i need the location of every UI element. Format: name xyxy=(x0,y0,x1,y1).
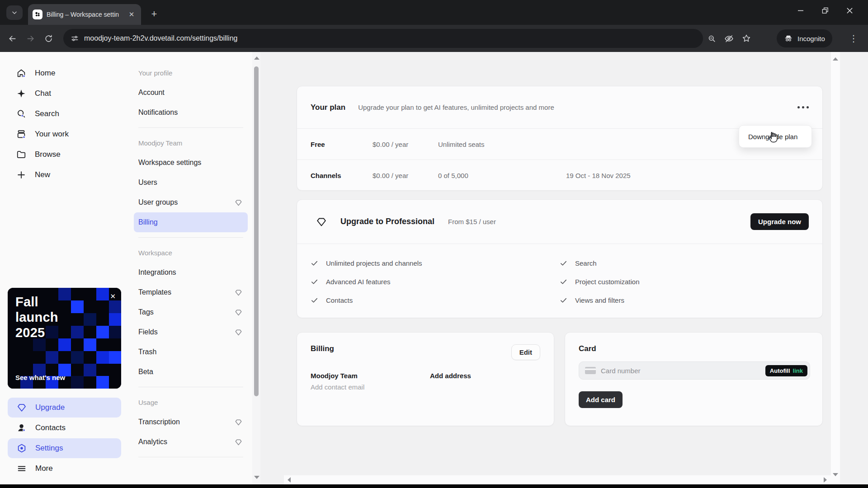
reload-button[interactable] xyxy=(41,31,56,46)
scroll-left-icon[interactable] xyxy=(288,477,291,483)
plan-menu-button[interactable] xyxy=(797,106,809,108)
settings-nav: Your profile Account Notifications Moodj… xyxy=(130,52,252,484)
sidebar-item-your-work[interactable]: Your work xyxy=(0,124,130,144)
autofill-badge[interactable]: Autofill link xyxy=(765,365,807,376)
nav-scrollbar-thumb[interactable] xyxy=(254,66,259,396)
premium-gem-icon xyxy=(235,199,242,206)
password-eye-off-icon[interactable] xyxy=(724,34,734,43)
dovetail-favicon-icon xyxy=(33,9,42,19)
check-icon xyxy=(311,259,318,267)
upgrade-now-button[interactable]: Upgrade now xyxy=(750,213,809,230)
gem-icon xyxy=(316,216,327,227)
sidebar-item-chat[interactable]: Chat xyxy=(0,83,130,103)
premium-gem-icon xyxy=(235,289,242,296)
scroll-right-icon[interactable] xyxy=(824,477,827,483)
main-horizontal-scrollbar[interactable] xyxy=(284,475,831,484)
sidebar-item-contacts[interactable]: Contacts xyxy=(8,418,121,438)
bookmark-star-icon[interactable] xyxy=(742,34,751,43)
scroll-up-icon[interactable] xyxy=(833,57,838,61)
nav-item-beta[interactable]: Beta xyxy=(134,362,248,382)
contacts-icon xyxy=(17,423,27,433)
scroll-down-icon[interactable] xyxy=(254,476,259,479)
nav-item-billing[interactable]: Billing xyxy=(134,212,248,232)
nav-item-tags[interactable]: Tags xyxy=(134,302,248,322)
incognito-icon xyxy=(784,34,793,43)
window-minimize-button[interactable] xyxy=(795,5,807,16)
check-icon xyxy=(560,259,567,267)
sidebar-item-label: Contacts xyxy=(35,423,66,432)
browser-toolbar: moodjoy-team-2h2v.dovetail.com/settings/… xyxy=(0,25,868,52)
sidebar-item-more[interactable]: More xyxy=(8,459,121,479)
ellipsis-icon xyxy=(797,106,800,108)
nav-item-templates[interactable]: Templates xyxy=(134,282,248,302)
forward-arrow-icon xyxy=(26,34,35,43)
tab-search-button[interactable] xyxy=(6,5,23,20)
zoom-icon[interactable] xyxy=(708,34,716,43)
browser-tab[interactable]: Billing – Workspace settings – D ✕ xyxy=(28,4,141,25)
card-number-input[interactable] xyxy=(601,367,765,375)
nav-item-integrations[interactable]: Integrations xyxy=(134,263,248,282)
tab-close-icon[interactable]: ✕ xyxy=(127,9,137,19)
nav-item-notifications[interactable]: Notifications xyxy=(134,103,248,122)
nav-item-account[interactable]: Account xyxy=(134,83,248,103)
nav-scrollbar[interactable] xyxy=(252,52,260,484)
main-vertical-scrollbar[interactable] xyxy=(831,52,840,484)
sidebar-item-label: Home xyxy=(35,69,55,78)
tab-title: Billing – Workspace settings – D xyxy=(47,11,119,18)
back-arrow-icon xyxy=(8,34,17,43)
back-button[interactable] xyxy=(5,31,20,46)
new-tab-button[interactable]: + xyxy=(147,7,161,21)
upgrade-price: From $15 / user xyxy=(448,218,496,225)
promo-title: Fall launch 2025 xyxy=(15,294,58,341)
scroll-down-icon[interactable] xyxy=(833,473,838,476)
promo-close-icon[interactable]: ✕ xyxy=(110,292,116,300)
promo-link[interactable]: See what's new xyxy=(15,374,65,381)
payment-card: Card Autofill link Add card xyxy=(565,332,823,426)
nav-item-user-groups[interactable]: User groups xyxy=(134,192,248,212)
app-page: Home Chat Search Your work Browse New xyxy=(0,52,868,484)
add-card-button[interactable]: Add card xyxy=(579,391,623,408)
nav-item-workspace-settings[interactable]: Workspace settings xyxy=(134,153,248,173)
check-icon xyxy=(560,278,567,286)
add-contact-email-link[interactable]: Add contact email xyxy=(311,383,540,391)
sidebar-item-upgrade[interactable]: Upgrade xyxy=(8,398,121,418)
nav-item-analytics[interactable]: Analytics xyxy=(134,432,248,452)
scroll-up-icon[interactable] xyxy=(254,56,259,60)
sidebar-item-search[interactable]: Search xyxy=(0,103,130,124)
premium-gem-icon xyxy=(235,309,242,316)
feature-item: Contacts xyxy=(311,291,560,310)
feature-item: Unlimited projects and channels xyxy=(311,254,560,272)
nav-item-transcription[interactable]: Transcription xyxy=(134,412,248,432)
home-icon xyxy=(16,68,26,78)
nav-item-users[interactable]: Users xyxy=(134,173,248,192)
hamburger-icon xyxy=(17,464,27,474)
nav-header-usage: Usage xyxy=(134,392,248,412)
plan-subtitle: Upgrade your plan to get AI features, un… xyxy=(358,103,554,111)
settings-icon xyxy=(17,443,27,453)
add-address-link[interactable]: Add address xyxy=(430,372,471,380)
billing-title: Billing xyxy=(311,344,334,353)
promo-card[interactable]: Fall launch 2025 ✕ See what's new xyxy=(8,288,121,389)
premium-gem-icon xyxy=(235,418,242,426)
nav-header-team: Moodjoy Team xyxy=(134,133,248,153)
card-number-field[interactable]: Autofill link xyxy=(579,361,810,380)
forward-button[interactable] xyxy=(23,31,38,46)
feature-item: Project customization xyxy=(560,272,809,291)
sidebar-item-browse[interactable]: Browse xyxy=(0,144,130,164)
sidebar-item-settings[interactable]: Settings xyxy=(8,438,121,458)
sidebar-item-new[interactable]: New xyxy=(0,164,130,185)
window-close-button[interactable] xyxy=(844,5,855,16)
mouse-cursor xyxy=(766,131,780,147)
folder-icon xyxy=(16,150,26,160)
window-restore-button[interactable] xyxy=(819,5,831,16)
nav-item-fields[interactable]: Fields xyxy=(134,322,248,342)
sparkle-icon xyxy=(16,89,26,99)
nav-divider xyxy=(138,237,243,238)
sidebar-item-home[interactable]: Home xyxy=(0,63,130,83)
check-icon xyxy=(560,296,567,304)
check-icon xyxy=(311,296,318,304)
edit-billing-button[interactable]: Edit xyxy=(511,344,540,360)
address-bar[interactable]: moodjoy-team-2h2v.dovetail.com/settings/… xyxy=(63,29,703,48)
browser-menu-icon[interactable]: ⋮ xyxy=(849,33,858,44)
nav-item-trash[interactable]: Trash xyxy=(134,342,248,362)
